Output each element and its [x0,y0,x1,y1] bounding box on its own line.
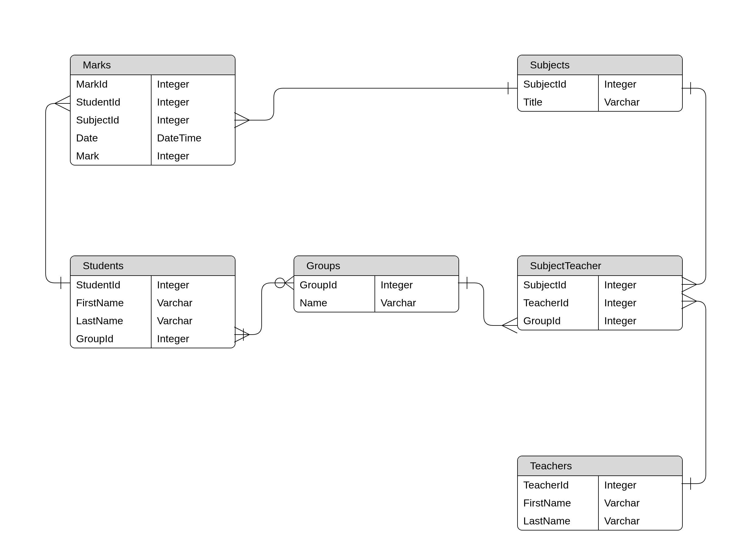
col-name: LastName [518,512,598,530]
col-name: StudentId [71,93,151,111]
svg-point-3 [275,278,285,288]
col-name: Date [71,129,151,147]
col-type: Varchar [152,312,235,330]
entity-students: Students StudentId FirstName LastName Gr… [70,256,235,348]
entity-subjectteacher: SubjectTeacher SubjectId TeacherId Group… [517,256,683,330]
col-name: Name [294,294,375,312]
col-type: Integer [599,476,682,494]
col-type: Integer [375,276,458,294]
col-type: Integer [152,111,235,129]
col-name: GroupId [518,312,598,330]
col-name: FirstName [518,494,598,512]
col-name: Title [518,93,598,111]
col-name: SubjectId [518,75,598,93]
entity-title: Teachers [518,456,682,476]
col-type: Varchar [152,294,235,312]
col-type: Integer [152,330,235,348]
col-name: TeacherId [518,294,598,312]
col-type: Integer [599,75,682,93]
col-type: Integer [599,312,682,330]
col-type: Varchar [375,294,458,312]
col-type: Integer [152,276,235,294]
entity-teachers: Teachers TeacherId FirstName LastName In… [517,456,683,530]
entity-title: Students [71,256,235,276]
entity-title: Subjects [518,55,682,75]
col-type: Integer [599,276,682,294]
entity-title: Groups [294,256,458,276]
col-name: FirstName [71,294,151,312]
col-name: LastName [71,312,151,330]
col-name: MarkId [71,75,151,93]
col-type: Integer [599,294,682,312]
entity-subjects: Subjects SubjectId Title Integer Varchar [517,55,683,112]
entity-groups: Groups GroupId Name Integer Varchar [294,256,459,312]
col-type: Integer [152,93,235,111]
col-name: Mark [71,147,151,165]
col-name: SubjectId [518,276,598,294]
col-name: TeacherId [518,476,598,494]
col-type: Integer [152,147,235,165]
col-name: StudentId [71,276,151,294]
col-name: GroupId [71,330,151,348]
col-name: SubjectId [71,111,151,129]
col-type: Varchar [599,93,682,111]
col-type: DateTime [152,129,235,147]
entity-marks: Marks MarkId StudentId SubjectId Date Ma… [70,55,235,165]
entity-title: SubjectTeacher [518,256,682,276]
col-type: Varchar [599,512,682,530]
col-type: Integer [152,75,235,93]
col-type: Varchar [599,494,682,512]
col-name: GroupId [294,276,375,294]
entity-title: Marks [71,55,235,75]
